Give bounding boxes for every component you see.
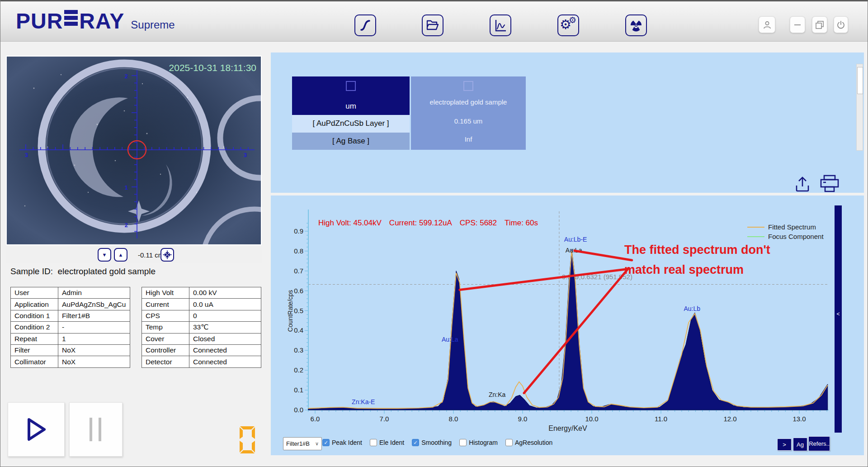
result-checkbox[interactable] — [463, 81, 473, 91]
next-button-label: > — [783, 441, 786, 448]
next-button[interactable]: > — [777, 438, 792, 451]
refers-button[interactable]: Refers.. — [808, 436, 830, 451]
app-window: PUR RAY Supreme ⚙ ⚙ — [0, 0, 868, 467]
svg-text:0.5: 0.5 — [294, 307, 303, 315]
svg-text:11.0: 11.0 — [655, 415, 667, 423]
table-row: CollimatorNoX — [11, 356, 130, 367]
checkbox-icon[interactable] — [370, 439, 377, 446]
svg-text:CountRate/cps: CountRate/cps — [287, 290, 294, 332]
acquisition-status: High Volt: 45.04kV Current: 599.12uA CPS… — [318, 219, 538, 227]
minimize-button[interactable] — [790, 16, 805, 33]
svg-text:7.0: 7.0 — [380, 415, 389, 423]
checkbox-icon[interactable] — [459, 439, 467, 446]
settings-gears-icon: ⚙ ⚙ — [559, 16, 577, 34]
brand-logo: PUR RAY Supreme — [16, 9, 175, 33]
table-row: Condition 2- — [11, 322, 130, 333]
seven-segment-display — [236, 424, 258, 456]
spectrum-chart-icon — [493, 18, 508, 33]
annotation-arrows — [460, 251, 632, 393]
table-row: Condition 1Filter1#B — [11, 310, 130, 321]
svg-text:6.0: 6.0 — [311, 415, 320, 423]
ag-button[interactable]: Ag — [793, 438, 807, 451]
print-button[interactable] — [820, 175, 840, 193]
chart-options-row: ✓ Peak Ident Ele Ident ✓ Smoothing Histo… — [322, 439, 552, 446]
svg-text:0.4: 0.4 — [294, 326, 303, 334]
restore-button[interactable] — [812, 16, 827, 33]
layer-header-checkbox[interactable] — [346, 81, 356, 91]
refers-button-label: Refers.. — [809, 440, 830, 447]
sample-id-label: Sample ID: — [10, 267, 53, 276]
camera-timestamp: 2025-10-31 18:11:30 — [169, 62, 256, 73]
checkbox-label: Smoothing — [421, 439, 452, 446]
measure-curve-button[interactable] — [354, 14, 376, 36]
option-agresolution[interactable]: AgResolution — [505, 439, 552, 446]
svg-text:13.0: 13.0 — [793, 415, 806, 423]
stage-down-button[interactable]: ▼ — [98, 248, 111, 262]
settings-button[interactable]: ⚙ ⚙ — [557, 14, 579, 36]
pause-measure-button[interactable] — [69, 402, 123, 457]
checkbox-icon[interactable]: ✓ — [322, 439, 330, 446]
arrow-down-icon: ▼ — [102, 252, 107, 257]
start-measure-button[interactable] — [8, 402, 65, 457]
layer-header[interactable]: um — [292, 76, 410, 115]
measurement-settings-table: UserAdminApplicationAuPdAgZnSb_AgCuCondi… — [10, 287, 130, 368]
result-card[interactable]: electroplated gold sample 0.165 um Inf — [411, 76, 526, 150]
scrollbar-thumb[interactable] — [857, 67, 863, 94]
table-row: Repeat1 — [11, 333, 130, 344]
power-button[interactable] — [834, 16, 848, 33]
svg-text:0.0: 0.0 — [294, 406, 303, 414]
result-column: electroplated gold sample 0.165 um Inf — [411, 76, 526, 150]
user-button[interactable] — [759, 16, 775, 33]
chevron-down-icon: ∨ — [315, 441, 319, 447]
option-peak-ident[interactable]: ✓ Peak Ident — [322, 439, 362, 446]
filter-select-value: Filter1#B — [286, 440, 310, 447]
table-row: DetectorConnected — [142, 356, 261, 367]
stage-up-button[interactable]: ▲ — [114, 248, 127, 262]
option-histogram[interactable]: Histogram — [459, 439, 498, 446]
collapse-side-handle[interactable]: < — [835, 205, 842, 433]
table-row: ControllerConnected — [142, 344, 261, 356]
checkbox-icon[interactable] — [505, 439, 513, 446]
filter-select[interactable]: Filter1#B ∨ — [283, 437, 322, 450]
spectrum-chart[interactable]: 9.529,0.6321 (951.952)6.07.08.09.010.011… — [271, 195, 864, 455]
layer-row-1[interactable]: [ AuPdZnCuSb Layer ] — [292, 115, 410, 133]
option-smoothing[interactable]: ✓ Smoothing — [412, 439, 452, 446]
result-scrollbar[interactable] — [856, 64, 863, 151]
stage-center-button[interactable] — [160, 248, 174, 262]
result-thickness-2: Inf — [411, 135, 526, 143]
checkbox-label: AgResolution — [515, 439, 552, 446]
svg-text:10.0: 10.0 — [585, 415, 598, 423]
arrow-up-icon: ▲ — [118, 252, 123, 257]
z-position-readout: -0.11 cm — [138, 251, 164, 259]
layer-row-2[interactable]: [ Ag Base ] — [292, 133, 410, 150]
result-thickness-1: 0.165 um — [411, 117, 526, 125]
ruler-label-left: 3 — [25, 152, 28, 158]
checkbox-icon[interactable]: ✓ — [412, 439, 419, 446]
table-row: CPS0 — [142, 310, 261, 321]
spectrum-chart-button[interactable] — [490, 14, 511, 36]
camera-view[interactable]: 2 3 3 1 2 2025-10-31 18:11:30 — [6, 56, 262, 245]
power-icon — [836, 20, 845, 29]
table-row: Temp33℃ — [142, 322, 261, 333]
sample-id-value: electroplated gold sample — [58, 267, 156, 276]
ruler-label-right: 3 — [244, 152, 247, 158]
export-button[interactable] — [794, 176, 811, 193]
layer-stack: um [ AuPdZnCuSb Layer ] [ Ag Base ] — [292, 76, 410, 150]
svg-text:Au:Lb: Au:Lb — [684, 305, 700, 312]
svg-text:0.8: 0.8 — [294, 247, 303, 255]
table-row: UserAdmin — [11, 287, 130, 299]
option-ele-ident[interactable]: Ele Ident — [370, 439, 404, 446]
svg-text:0.1: 0.1 — [294, 386, 303, 394]
ruler-label-top: 2 — [125, 73, 128, 80]
radiation-button[interactable] — [625, 14, 647, 36]
svg-text:Au:La: Au:La — [442, 336, 458, 343]
pause-icon — [86, 417, 106, 442]
svg-text:match real spectrum: match real spectrum — [624, 263, 744, 276]
layer-result-panel: um [ AuPdZnCuSb Layer ] [ Ag Base ] elec… — [271, 52, 864, 193]
svg-text:Zn:Ka-E: Zn:Ka-E — [352, 398, 375, 405]
table-row: ApplicationAuPdAgZnSb_AgCu — [11, 299, 130, 310]
stage-controls: ▼ ▲ -0.11 cm — [6, 246, 262, 263]
brand-subtitle: Supreme — [131, 19, 175, 31]
open-file-button[interactable] — [422, 14, 443, 36]
user-icon — [763, 20, 772, 29]
